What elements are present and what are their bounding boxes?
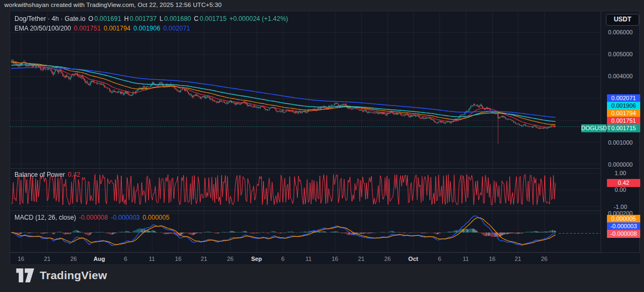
time-tick-label: 6 [281,256,284,262]
attribution-bar: workwithshayan created with TradingView.… [0,0,644,11]
time-tick-label: 6 [124,256,127,262]
open-label: O [88,15,93,23]
time-tick-label: Oct [408,256,418,262]
ema-title[interactable]: EMA 20/50/100/200 [14,25,71,32]
symbol-legend-row: Dog/Tether · 4h · Gate.io O0.001691 H0.0… [14,15,289,23]
ema100-badge: 0.001906 [607,102,640,110]
macd-histogram-badge: -0.000008 [607,230,640,238]
time-axis[interactable]: 162126Aug611162126Sep611162126Oct6111621… [10,252,640,264]
macd-line-badge: -0.000003 [607,222,640,230]
symbol-title[interactable]: Dog/Tether · 4h · Gate.io [14,15,85,23]
close-label: C [194,15,199,23]
ema-legend-row: EMA 20/50/100/200 0.001751 0.001794 0.00… [14,25,191,32]
scale-label: 0.00 [601,186,640,193]
pane-separator[interactable] [10,168,601,169]
scale-label: 0.001000 [601,139,640,146]
time-tick-label: Aug [93,256,105,262]
time-tick-label: 16 [332,256,338,262]
price-chart-canvas[interactable] [10,11,601,168]
time-tick-label: 16 [175,256,181,262]
scale-label: 1.00 [601,170,640,176]
time-tick-label: 16 [489,256,495,262]
time-tick-label: 26 [541,256,547,262]
ema200-value: 0.002071 [163,25,190,32]
macd-histogram-value: -0.000008 [79,214,108,221]
scale-label: 0.006000 [601,29,640,35]
chart-widget[interactable]: Dog/Tether · 4h · Gate.io O0.001691 H0.0… [10,11,640,264]
close-value: 0.001715 [200,15,226,23]
change-value: +0.000024 (+1.42%) [229,15,288,23]
pane-separator[interactable] [10,211,601,211]
bop-value: 0.42 [68,171,80,178]
ema50-badge: 0.001794 [607,109,640,117]
low-value: 0.001680 [164,15,191,23]
open-value: 0.001691 [94,15,121,23]
bop-legend-row: Balance of Power 0.42 [14,171,82,178]
high-value: 0.001737 [130,15,157,23]
macd-title[interactable]: MACD (12, 26, close) [14,214,76,221]
macd-signal-badge: 0.000005 [607,215,640,223]
ema50-value: 0.001794 [104,25,130,32]
tradingview-logo-text: TradingView [40,269,107,282]
time-tick-label: 21 [358,256,364,262]
footer-bar: TradingView [0,264,644,292]
time-tick-label: 26 [384,256,391,262]
macd-line-value: -0.000003 [111,214,140,221]
scale-label: 0.004000 [601,73,640,79]
scale-label: 0.000000 [601,161,640,168]
symbol-price-chip: DOGUSDT [581,124,606,132]
time-tick-label: 16 [18,256,24,262]
bop-title[interactable]: Balance of Power [14,171,65,178]
time-tick-label: 21 [44,256,50,262]
scale-label: -1.00 [601,204,640,210]
low-label: L [159,15,163,23]
time-tick-label: 21 [515,256,521,262]
high-label: H [124,15,129,23]
time-tick-label: 11 [149,256,155,262]
tradingview-screenshot: workwithshayan created with TradingView.… [0,0,644,292]
tradingview-logo-icon [16,268,34,282]
macd-signal-value: 0.000005 [143,214,170,221]
bop-value-badge: 0.42 [607,179,640,187]
ema100-value: 0.001906 [134,25,160,32]
macd-legend-row: MACD (12, 26, close) -0.000008 -0.000003… [14,214,171,221]
time-tick-label: 11 [305,256,311,262]
currency-toggle-button[interactable]: USDT [606,14,639,26]
balance-of-power-canvas[interactable] [10,168,601,211]
ema200-badge: 0.002071 [607,94,640,102]
time-tick-label: Sep [251,256,262,262]
last-price-badge: 0.001715 [607,124,640,132]
attribution-text: workwithshayan created with TradingView.… [4,2,222,8]
time-tick-label: 26 [227,256,233,262]
ema20-value: 0.001751 [74,25,101,32]
tradingview-logo[interactable]: TradingView [16,268,107,282]
time-tick-label: 26 [70,256,77,262]
time-tick-label: 21 [201,256,207,262]
scale-label: 0.005000 [601,51,640,57]
time-tick-label: 11 [463,256,469,262]
ema20-badge: 0.001751 [607,117,640,125]
time-tick-label: 6 [438,256,441,262]
